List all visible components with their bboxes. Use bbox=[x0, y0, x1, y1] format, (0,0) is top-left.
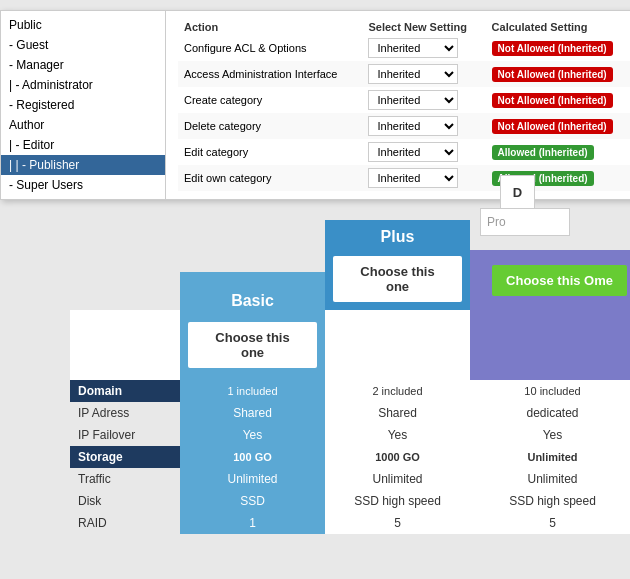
acl-action-0: Configure ACL & Options bbox=[178, 35, 362, 61]
domain-basic: 1 included bbox=[180, 380, 325, 402]
disk-basic: SSD bbox=[180, 490, 325, 512]
acl-row-1: Access Administration InterfaceInherited… bbox=[178, 61, 630, 87]
sidebar-item-manager[interactable]: - Manager bbox=[1, 55, 165, 75]
acl-badge-2: Not Allowed (Inherited) bbox=[486, 87, 630, 113]
disk-row: Disk SSD SSD high speed SSD high speed bbox=[70, 490, 630, 512]
traffic-pro: Unlimited bbox=[470, 468, 630, 490]
acl-content: Action Select New Setting Calculated Set… bbox=[166, 11, 630, 199]
acl-action-4: Edit category bbox=[178, 139, 362, 165]
col-action: Action bbox=[178, 19, 362, 35]
acl-action-3: Delete category bbox=[178, 113, 362, 139]
ip-failover-label: IP Failover bbox=[70, 424, 180, 446]
basic-choose-area: Choose this one bbox=[180, 310, 325, 380]
domain-plus: 2 included bbox=[325, 380, 470, 402]
sidebar-item-author[interactable]: Author bbox=[1, 115, 165, 135]
acl-table: Action Select New Setting Calculated Set… bbox=[178, 19, 630, 191]
plus-choose-button[interactable]: Choose this one bbox=[333, 256, 462, 302]
raid-plus: 5 bbox=[325, 512, 470, 534]
sidebar-item-registered[interactable]: - Registered bbox=[1, 95, 165, 115]
traffic-label: Traffic bbox=[70, 468, 180, 490]
acl-action-1: Access Administration Interface bbox=[178, 61, 362, 87]
traffic-plus: Unlimited bbox=[325, 468, 470, 490]
acl-row-4: Edit categoryInheritedAllowed (Inherited… bbox=[178, 139, 630, 165]
acl-select-0[interactable]: Inherited bbox=[362, 35, 485, 61]
acl-row-0: Configure ACL & OptionsInheritedNot Allo… bbox=[178, 35, 630, 61]
basic-choose-button[interactable]: Choose this one bbox=[188, 322, 317, 368]
disk-label: Disk bbox=[70, 490, 180, 512]
storage-label: Storage bbox=[70, 446, 180, 468]
ip-address-basic: Shared bbox=[180, 402, 325, 424]
sidebar-item-publisher[interactable]: | | - Publisher bbox=[1, 155, 165, 175]
acl-sidebar: Public - Guest - Manager | - Administrat… bbox=[1, 11, 166, 199]
traffic-basic: Unlimited bbox=[180, 468, 325, 490]
raid-label: RAID bbox=[70, 512, 180, 534]
disk-plus: SSD high speed bbox=[325, 490, 470, 512]
sidebar-item-editor[interactable]: | - Editor bbox=[1, 135, 165, 155]
acl-row-3: Delete categoryInheritedNot Allowed (Inh… bbox=[178, 113, 630, 139]
acl-action-5: Edit own category bbox=[178, 165, 362, 191]
disk-pro: SSD high speed bbox=[470, 490, 630, 512]
acl-select-2[interactable]: Inherited bbox=[362, 87, 485, 113]
acl-row-2: Create categoryInheritedNot Allowed (Inh… bbox=[178, 87, 630, 113]
sidebar-item-public[interactable]: Public bbox=[1, 15, 165, 35]
pro-input-box: Pro bbox=[480, 208, 570, 236]
raid-pro: 5 bbox=[470, 512, 630, 534]
acl-action-2: Create category bbox=[178, 87, 362, 113]
ip-failover-row: IP Failover Yes Yes Yes bbox=[70, 424, 630, 446]
pricing-panel: Basic Plus Choose this one Choose this O… bbox=[70, 250, 630, 534]
col-calculated: Calculated Setting bbox=[486, 19, 630, 35]
ip-address-plus: Shared bbox=[325, 402, 470, 424]
acl-select-3[interactable]: Inherited bbox=[362, 113, 485, 139]
sidebar-item-superusers[interactable]: - Super Users bbox=[1, 175, 165, 195]
acl-panel: Public - Guest - Manager | - Administrat… bbox=[0, 10, 630, 200]
ip-failover-pro: Yes bbox=[470, 424, 630, 446]
col-select: Select New Setting bbox=[362, 19, 485, 35]
basic-plan-name: Basic bbox=[180, 272, 325, 310]
d-box: D bbox=[500, 175, 535, 210]
acl-select-4[interactable]: Inherited bbox=[362, 139, 485, 165]
ip-address-row: IP Adress Shared Shared dedicated bbox=[70, 402, 630, 424]
storage-plus: 1000 GO bbox=[325, 446, 470, 468]
raid-row: RAID 1 5 5 bbox=[70, 512, 630, 534]
domain-pro: 10 included bbox=[470, 380, 630, 402]
pro-choose-button[interactable]: Choose this Ome bbox=[492, 265, 627, 296]
pricing-table: Domain 1 included 2 included 10 included… bbox=[70, 380, 630, 534]
storage-pro: Unlimited bbox=[470, 446, 630, 468]
acl-badge-1: Not Allowed (Inherited) bbox=[486, 61, 630, 87]
ip-address-pro: dedicated bbox=[470, 402, 630, 424]
sidebar-item-guest[interactable]: - Guest bbox=[1, 35, 165, 55]
acl-select-1[interactable]: Inherited bbox=[362, 61, 485, 87]
ip-address-label: IP Adress bbox=[70, 402, 180, 424]
raid-basic: 1 bbox=[180, 512, 325, 534]
ip-failover-plus: Yes bbox=[325, 424, 470, 446]
sidebar-item-administrator[interactable]: | - Administrator bbox=[1, 75, 165, 95]
storage-basic: 100 GO bbox=[180, 446, 325, 468]
acl-badge-3: Not Allowed (Inherited) bbox=[486, 113, 630, 139]
acl-badge-4: Allowed (Inherited) bbox=[486, 139, 630, 165]
acl-select-5[interactable]: Inherited bbox=[362, 165, 485, 191]
traffic-row: Traffic Unlimited Unlimited Unlimited bbox=[70, 468, 630, 490]
ip-failover-basic: Yes bbox=[180, 424, 325, 446]
acl-row-5: Edit own categoryInheritedAllowed (Inher… bbox=[178, 165, 630, 191]
domain-row: Domain 1 included 2 included 10 included bbox=[70, 380, 630, 402]
plus-plan-name: Plus Choose this one bbox=[325, 220, 470, 310]
pro-plan-area: Choose this Ome bbox=[470, 250, 630, 310]
storage-header-row: Storage 100 GO 1000 GO Unlimited bbox=[70, 446, 630, 468]
domain-label: Domain bbox=[70, 380, 180, 402]
acl-badge-0: Not Allowed (Inherited) bbox=[486, 35, 630, 61]
